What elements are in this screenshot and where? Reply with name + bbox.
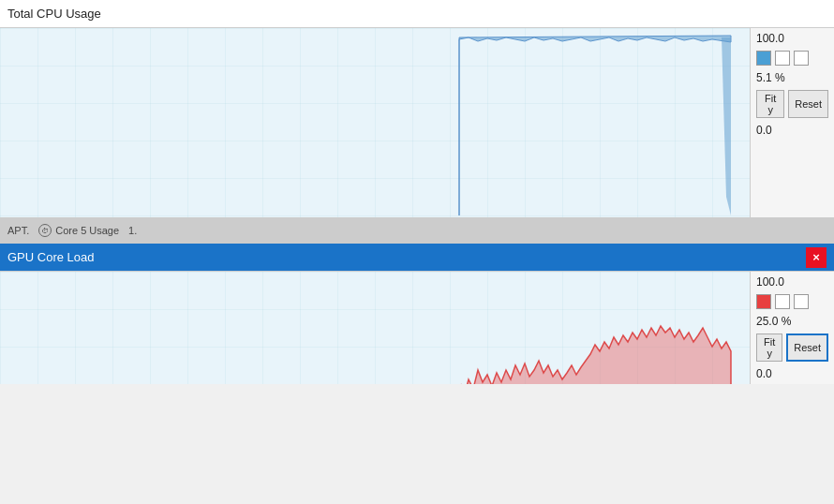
gpu-close-button[interactable]: ×: [806, 247, 827, 268]
gpu-color-box-1[interactable]: [756, 294, 771, 309]
cpu-color-box-2[interactable]: [775, 51, 790, 66]
gpu-chart-area: 100.0 25.0 % Fit y Reset 0.0: [0, 272, 834, 384]
cpu-panel-title: Total CPU Usage: [7, 7, 101, 21]
svg-rect-0: [0, 28, 750, 217]
cpu-color-box-1[interactable]: [756, 51, 771, 66]
gpu-reset-button[interactable]: Reset: [786, 334, 828, 362]
svg-marker-4: [459, 326, 731, 384]
svg-marker-2: [722, 37, 731, 215]
gpu-fit-y-button[interactable]: Fit y: [756, 334, 782, 362]
cpu-panel-header: Total CPU Usage: [0, 0, 834, 28]
cpu-panel: Total CPU Usage 100.0: [0, 0, 834, 217]
gpu-min-value: 0.0: [756, 367, 828, 380]
gpu-color-boxes: [756, 294, 828, 309]
cpu-reset-button[interactable]: Reset: [788, 90, 828, 118]
gpu-panel-title: GPU Core Load: [7, 250, 95, 264]
cpu-color-boxes: [756, 51, 828, 66]
cpu-fit-y-button[interactable]: Fit y: [756, 90, 784, 118]
separator-apt-text: APT.: [7, 225, 29, 236]
separator-core-icon: ⏱ Core 5 Usage: [38, 224, 119, 237]
svg-marker-1: [459, 36, 731, 215]
gpu-percent-label: 25.0 %: [756, 315, 828, 328]
cpu-btn-row: Fit y Reset: [756, 90, 828, 118]
gpu-color-box-2[interactable]: [775, 294, 790, 309]
gpu-sidebar: 100.0 25.0 % Fit y Reset 0.0: [750, 272, 834, 384]
cpu-max-value: 100.0: [756, 32, 828, 45]
cpu-chart-area: 100.0 5.1 % Fit y Reset 0.0: [0, 28, 834, 217]
cpu-percent-label: 5.1 %: [756, 71, 828, 84]
gpu-panel-header: GPU Core Load ×: [0, 244, 834, 272]
gpu-color-box-3[interactable]: [794, 294, 809, 309]
cpu-min-value: 0.0: [756, 124, 828, 137]
gpu-btn-row: Fit y Reset: [756, 334, 828, 362]
gpu-chart-canvas: [0, 272, 750, 384]
gpu-max-value: 100.0: [756, 275, 828, 289]
svg-rect-3: [0, 272, 750, 384]
separator-right-value: 1.: [128, 225, 137, 236]
cpu-chart-canvas: [0, 28, 750, 217]
gpu-panel: GPU Core Load × 100.0 25.0: [0, 244, 834, 384]
cpu-sidebar: 100.0 5.1 % Fit y Reset 0.0: [750, 28, 834, 217]
cpu-color-box-3[interactable]: [794, 51, 809, 66]
separator-bar: APT. ⏱ Core 5 Usage 1.: [0, 217, 834, 244]
